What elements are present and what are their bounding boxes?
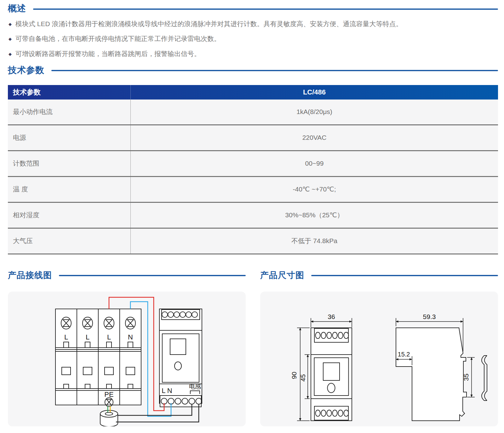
table-row: 最小动作电流 1kA(8/20μs) — [8, 100, 498, 124]
dimensions-column: 产品尺寸图 — [260, 270, 498, 426]
diamond-bullet-icon: ◆ — [9, 37, 12, 42]
spd-terminal-label: L — [107, 333, 111, 341]
tech-params-rule — [51, 70, 498, 71]
overview-section-head: 概述 — [8, 3, 498, 14]
diagram-area: 产品接线图 — [8, 270, 498, 426]
param-value: -40℃ ~+70℃; — [131, 177, 498, 202]
table-row: 温 度 -40℃ ~+70℃; — [8, 176, 498, 202]
param-value: 220VAC — [131, 125, 498, 150]
param-value: 00~99 — [131, 151, 498, 176]
din-rail-profile — [482, 356, 487, 401]
param-label: 大气压 — [8, 229, 131, 254]
spd-terminal-label: N — [128, 333, 133, 341]
param-label: 电源 — [8, 125, 131, 150]
list-item: ◆ 可带自备电池，在市电断开或停电情况下能正常工作并记录雷电次数。 — [9, 34, 498, 43]
table-row: 计数范围 00~99 — [8, 150, 498, 176]
dimensions-section-head: 产品尺寸图 — [260, 270, 498, 281]
pe-terminal-symbol-icon — [105, 398, 113, 407]
param-label: 计数范围 — [8, 151, 131, 176]
bullet-text: 可增设断路器断开报警功能，当断路器跳闸后，报警输出信号。 — [15, 49, 201, 58]
front-view — [311, 328, 352, 421]
dimensions-title: 产品尺寸图 — [260, 270, 304, 281]
spd-unit — [55, 309, 141, 407]
table-row: 电源 220VAC — [8, 124, 498, 150]
wiring-title: 产品接线图 — [8, 270, 52, 281]
datasheet-page: 概述 ◆ 模块式 LED 浪涌计数器用于检测浪涌模块或导线中经过的浪涌脉冲并对其… — [0, 0, 504, 433]
spd-terminal-label: L — [86, 333, 89, 341]
dim-front-height: 90 — [290, 372, 298, 379]
bullet-text: 模块式 LED 浪涌计数器用于检测浪涌模块或导线中经过的浪涌脉冲并对其进行计数。… — [15, 20, 403, 28]
inductor-label: 电感 — [189, 383, 201, 390]
dimensions-panel: 36 90 45 59.3 15.2 35 — [260, 292, 498, 426]
pe-label: PE — [104, 390, 113, 398]
side-view — [396, 328, 487, 421]
overview-rule — [33, 9, 498, 10]
table-row: 大气压 不低于 74.8kPa — [8, 228, 498, 254]
param-value: 不低于 74.8kPa — [131, 229, 498, 254]
param-value: 30%~85%（25℃） — [131, 203, 498, 228]
tech-params-section-head: 技术参数 — [8, 64, 498, 76]
overview-title: 概述 — [8, 3, 26, 14]
wiring-rule — [59, 275, 246, 276]
tech-params-table: 技术参数 LC/486 最小动作电流 1kA(8/20μs) 电源 220VAC… — [8, 85, 498, 254]
param-value: 1kA(8/20μs) — [131, 100, 498, 124]
wiring-diagram-svg: L L L N PE L N 电感 — [8, 292, 246, 426]
dim-front-middle: 45 — [299, 374, 306, 381]
table-header-param: 技术参数 — [8, 85, 131, 100]
wiring-column: 产品接线图 — [8, 270, 246, 426]
table-header-model: LC/486 — [131, 85, 498, 100]
wiring-panel: L L L N PE L N 电感 — [8, 292, 246, 426]
list-item: ◆ 模块式 LED 浪涌计数器用于检测浪涌模块或导线中经过的浪涌脉冲并对其进行计… — [9, 20, 498, 28]
param-label: 相对湿度 — [8, 203, 131, 228]
counter-power-label: L N — [162, 387, 172, 395]
overview-bullets: ◆ 模块式 LED 浪涌计数器用于检测浪涌模块或导线中经过的浪涌脉冲并对其进行计… — [8, 20, 498, 58]
param-label: 最小动作电流 — [8, 100, 131, 124]
dimension-diagram-svg: 36 90 45 59.3 15.2 35 — [260, 292, 498, 426]
dim-side-rail: 35 — [462, 373, 470, 381]
wiring-section-head: 产品接线图 — [8, 270, 246, 281]
param-label: 温 度 — [8, 177, 131, 202]
diamond-bullet-icon: ◆ — [9, 52, 12, 57]
diamond-bullet-icon: ◆ — [9, 22, 12, 27]
table-row: 相对湿度 30%~85%（25℃） — [8, 202, 498, 228]
spd-terminal-label: L — [64, 333, 68, 341]
dimensions-rule — [311, 275, 498, 276]
list-item: ◆ 可增设断路器断开报警功能，当断路器跳闸后，报警输出信号。 — [9, 49, 498, 58]
dim-side-depth: 59.3 — [423, 313, 436, 320]
current-transformer — [100, 410, 118, 426]
dim-front-width: 36 — [328, 313, 335, 320]
table-header-row: 技术参数 LC/486 — [8, 85, 498, 100]
dim-side-step: 15.2 — [398, 351, 410, 358]
bullet-text: 可带自备电池，在市电断开或停电情况下能正常工作并记录雷电次数。 — [15, 34, 220, 43]
tech-params-title: 技术参数 — [8, 64, 44, 76]
